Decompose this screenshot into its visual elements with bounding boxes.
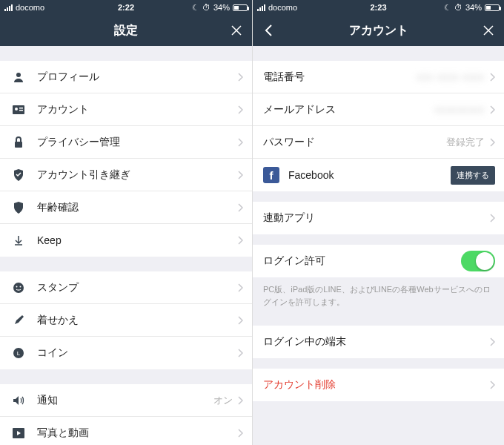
row-label: 写真と動画 bbox=[37, 426, 237, 440]
battery-pct: 34% bbox=[213, 3, 230, 12]
row-value: 登録完了 bbox=[446, 136, 485, 149]
id-card-icon bbox=[10, 105, 27, 115]
back-button[interactable] bbox=[253, 15, 284, 46]
moon-icon: ☾ bbox=[444, 3, 451, 13]
chevron-right-icon bbox=[489, 105, 495, 114]
login-allow-note: PC版、iPad版のLINE、およびLINEの各種Webサービスへのログインを許… bbox=[253, 277, 504, 315]
facebook-icon: f bbox=[263, 167, 279, 183]
delete-account-group: アカウント削除 bbox=[253, 369, 504, 401]
row-logged-in-devices[interactable]: ログイン中の端末 bbox=[253, 326, 504, 358]
chevron-right-icon bbox=[489, 337, 495, 346]
chevron-right-icon bbox=[489, 138, 495, 147]
svg-rect-5 bbox=[15, 142, 22, 148]
chevron-right-icon bbox=[237, 105, 243, 114]
row-value: xxx xxxx xxxx bbox=[417, 71, 485, 82]
settings-group-profile: プロフィール アカウント プライバシー管理 アカウント引き継ぎ 年齢確認 bbox=[0, 61, 252, 257]
phone-account: docomo 2:23 ☾ ⏱ 34% アカウント 電話番号 xxx xxxx … bbox=[252, 0, 504, 445]
alarm-icon: ⏱ bbox=[454, 3, 462, 12]
row-value: xxxxxxxxx bbox=[435, 104, 485, 115]
linked-apps-group: 連動アプリ bbox=[253, 202, 504, 234]
phone-settings: docomo 2:22 ☾ ⏱ 34% 設定 プロフィール アカウント bbox=[0, 0, 252, 445]
svg-point-0 bbox=[16, 73, 21, 77]
coin-icon: L bbox=[10, 347, 27, 359]
chevron-right-icon bbox=[237, 138, 243, 147]
carrier-label: docomo bbox=[16, 3, 44, 12]
row-label: パスワード bbox=[263, 136, 446, 149]
row-label: アカウント引き継ぎ bbox=[37, 168, 237, 182]
nav-bar: 設定 bbox=[0, 15, 252, 46]
row-label: ログイン許可 bbox=[263, 254, 461, 268]
chevron-right-icon bbox=[489, 214, 495, 222]
row-keep[interactable]: Keep bbox=[0, 224, 252, 257]
row-label: アカウント bbox=[37, 103, 237, 116]
shield-icon bbox=[10, 169, 27, 181]
row-account[interactable]: アカウント bbox=[0, 93, 252, 126]
login-allow-group: ログイン許可 bbox=[253, 245, 504, 277]
person-icon bbox=[10, 71, 27, 83]
row-label: Facebook bbox=[288, 169, 451, 181]
clock: 2:23 bbox=[370, 3, 386, 12]
settings-group-general: 通知 オン 写真と動画 bbox=[0, 384, 252, 445]
page-title: アカウント bbox=[349, 23, 408, 39]
chevron-right-icon bbox=[237, 171, 243, 179]
chevron-right-icon bbox=[237, 396, 243, 405]
row-label: メールアドレス bbox=[263, 103, 435, 116]
lock-icon bbox=[10, 136, 27, 148]
row-facebook: f Facebook 連携する bbox=[253, 159, 504, 191]
row-label: プロフィール bbox=[37, 70, 237, 84]
settings-content: プロフィール アカウント プライバシー管理 アカウント引き継ぎ 年齢確認 bbox=[0, 46, 252, 445]
row-theme[interactable]: 着せかえ bbox=[0, 304, 252, 337]
row-delete-account[interactable]: アカウント削除 bbox=[253, 369, 504, 401]
svg-text:L: L bbox=[17, 350, 21, 357]
row-notification[interactable]: 通知 オン bbox=[0, 384, 252, 417]
row-label: アカウント削除 bbox=[263, 378, 489, 392]
carrier-label: docomo bbox=[268, 3, 297, 12]
row-coin[interactable]: L コイン bbox=[0, 337, 252, 369]
row-stamp[interactable]: スタンプ bbox=[0, 271, 252, 304]
logged-in-devices-group: ログイン中の端末 bbox=[253, 326, 504, 358]
row-value: オン bbox=[213, 394, 233, 407]
login-allow-toggle[interactable] bbox=[461, 251, 495, 271]
chevron-right-icon bbox=[489, 73, 495, 82]
smile-icon bbox=[10, 282, 27, 294]
clock: 2:22 bbox=[118, 3, 134, 12]
battery-pct: 34% bbox=[465, 3, 482, 12]
chevron-right-icon bbox=[237, 429, 243, 438]
row-takeover[interactable]: アカウント引き継ぎ bbox=[0, 159, 252, 191]
row-password[interactable]: パスワード 登録完了 bbox=[253, 126, 504, 159]
row-label: 通知 bbox=[37, 394, 213, 407]
row-media[interactable]: 写真と動画 bbox=[0, 417, 252, 445]
signal-icon bbox=[4, 4, 13, 11]
status-bar: docomo 2:23 ☾ ⏱ 34% bbox=[253, 0, 504, 15]
close-button[interactable] bbox=[473, 15, 504, 46]
row-phone[interactable]: 電話番号 xxx xxxx xxxx bbox=[253, 61, 504, 93]
brush-icon bbox=[10, 314, 27, 326]
row-label: Keep bbox=[37, 234, 237, 246]
row-privacy[interactable]: プライバシー管理 bbox=[0, 126, 252, 159]
chevron-right-icon bbox=[237, 236, 243, 245]
row-email[interactable]: メールアドレス xxxxxxxxx bbox=[253, 93, 504, 126]
svg-rect-3 bbox=[19, 108, 23, 109]
close-button[interactable] bbox=[221, 15, 252, 46]
row-profile[interactable]: プロフィール bbox=[0, 61, 252, 93]
chevron-right-icon bbox=[237, 73, 243, 82]
row-label: コイン bbox=[37, 346, 237, 360]
media-icon bbox=[10, 428, 27, 438]
facebook-link-button[interactable]: 連携する bbox=[451, 166, 495, 185]
svg-point-7 bbox=[16, 286, 18, 287]
chevron-right-icon bbox=[489, 380, 495, 389]
settings-group-shop: スタンプ 着せかえ L コイン bbox=[0, 271, 252, 369]
nav-bar: アカウント bbox=[253, 15, 504, 46]
row-login-allow: ログイン許可 bbox=[253, 245, 504, 277]
row-label: ログイン中の端末 bbox=[263, 335, 489, 349]
account-basic-group: 電話番号 xxx xxxx xxxx メールアドレス xxxxxxxxx パスワ… bbox=[253, 61, 504, 191]
svg-point-6 bbox=[13, 283, 24, 293]
alarm-icon: ⏱ bbox=[202, 3, 210, 12]
speaker-icon bbox=[10, 395, 27, 406]
row-linked-apps[interactable]: 連動アプリ bbox=[253, 202, 504, 234]
chevron-right-icon bbox=[237, 349, 243, 357]
keep-icon bbox=[10, 234, 27, 246]
row-label: スタンプ bbox=[37, 281, 237, 294]
battery-icon bbox=[233, 4, 248, 11]
row-age[interactable]: 年齢確認 bbox=[0, 191, 252, 224]
